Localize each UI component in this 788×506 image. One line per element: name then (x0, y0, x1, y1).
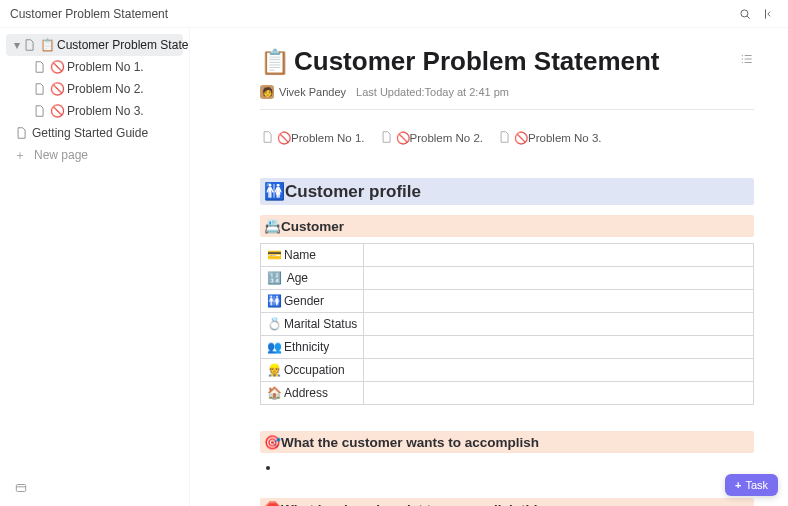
row-icon: 🔢 (267, 271, 282, 285)
pill-problem-1[interactable]: 🚫 Problem No 1. (260, 130, 365, 146)
sidebar-item-label: Problem No 3. (67, 104, 144, 118)
heading-customer[interactable]: 📇Customer (260, 215, 754, 237)
sidebar-item-getting-started[interactable]: Getting Started Guide (6, 122, 183, 144)
table-row: 👷Occupation (261, 359, 754, 382)
heading-text: What the customer wants to accomplish (281, 435, 539, 450)
sidebar-item-customer-problem-statement[interactable]: ▾ 📋 Customer Problem Statement (6, 34, 183, 56)
page-icon (260, 130, 273, 146)
pill-label: Problem No 2. (410, 132, 484, 144)
subpage-pills: 🚫 Problem No 1. 🚫 Problem No 2. 🚫 Proble… (260, 124, 754, 156)
svg-rect-9 (16, 485, 25, 492)
row-value-cell[interactable] (364, 244, 754, 267)
topbar: Customer Problem Statement (0, 0, 788, 28)
collapse-sidebar-icon[interactable] (760, 5, 778, 23)
page-icon (379, 130, 392, 146)
row-value-cell[interactable] (364, 382, 754, 405)
heading-emoji: 🎯 (264, 435, 281, 450)
heading-emoji: 🚻 (264, 182, 285, 201)
row-icon: 👷 (267, 363, 282, 377)
page-icon (32, 104, 46, 118)
divider (260, 109, 754, 110)
row-label: Occupation (284, 363, 345, 377)
list-item[interactable] (280, 459, 754, 476)
help-icon[interactable] (14, 481, 28, 498)
heading-text: What barriers do exist to accomplish thi… (281, 502, 545, 506)
row-icon: 💍 (267, 317, 282, 331)
page-icon (14, 126, 28, 140)
pill-emoji: 🚫 (396, 131, 410, 145)
plus-icon: + (735, 479, 741, 491)
heading-emoji: 📇 (264, 219, 281, 234)
pill-problem-3[interactable]: 🚫 Problem No 3. (497, 130, 602, 146)
row-value-cell[interactable] (364, 290, 754, 313)
sidebar-item-label: New page (34, 148, 88, 162)
plus-icon: ＋ (14, 147, 28, 164)
chevron-down-icon[interactable]: ▾ (14, 38, 20, 52)
pill-problem-2[interactable]: 🚫 Problem No 2. (379, 130, 484, 146)
row-value-cell[interactable] (364, 359, 754, 382)
row-value-cell[interactable] (364, 267, 754, 290)
page-content: 📋 Customer Problem Statement 🧑 Vivek Pan… (190, 28, 788, 506)
page-title[interactable]: 📋 Customer Problem Statement (260, 46, 660, 77)
fab-label: Task (745, 479, 768, 491)
sidebar-item-label: Problem No 2. (67, 82, 144, 96)
pill-emoji: 🚫 (277, 131, 291, 145)
page-icon (22, 38, 36, 52)
page-emoji: 🚫 (50, 60, 65, 74)
page-icon (32, 82, 46, 96)
table-row: 💍Marital Status (261, 313, 754, 336)
row-label-cell[interactable]: 🚻Gender (261, 290, 364, 313)
new-task-button[interactable]: + Task (725, 474, 778, 496)
heading-customer-profile[interactable]: 🚻Customer profile (260, 178, 754, 205)
wants-list[interactable] (280, 459, 754, 476)
row-label: Age (284, 271, 308, 285)
page-title-text: Customer Problem Statement (294, 46, 660, 77)
heading-text: Customer profile (285, 182, 421, 201)
search-icon[interactable] (736, 5, 754, 23)
sidebar-item-label: Customer Problem Statement (57, 38, 190, 52)
row-label: Address (284, 386, 328, 400)
row-icon: 🏠 (267, 386, 282, 400)
page-emoji: 📋 (40, 38, 55, 52)
svg-point-8 (742, 62, 743, 63)
row-icon: 🚻 (267, 294, 282, 308)
customer-profile-table: 💳Name🔢 Age🚻Gender💍Marital Status👥Ethnici… (260, 243, 754, 405)
table-row: 🚻Gender (261, 290, 754, 313)
page-title-emoji[interactable]: 📋 (260, 48, 290, 76)
last-updated-label: Last Updated: (356, 86, 425, 98)
sidebar-item-label: Getting Started Guide (32, 126, 148, 140)
heading-emoji: 🛑 (264, 502, 281, 506)
row-value-cell[interactable] (364, 313, 754, 336)
breadcrumb[interactable]: Customer Problem Statement (10, 7, 168, 21)
row-label-cell[interactable]: 💳Name (261, 244, 364, 267)
author-name[interactable]: Vivek Pandey (279, 86, 346, 98)
svg-point-6 (742, 55, 743, 56)
sidebar-item-problem-1[interactable]: 🚫 Problem No 1. (6, 56, 183, 78)
table-row: 💳Name (261, 244, 754, 267)
row-icon: 👥 (267, 340, 282, 354)
row-label: Marital Status (284, 317, 357, 331)
page-emoji: 🚫 (50, 82, 65, 96)
author-avatar[interactable]: 🧑 (260, 85, 274, 99)
sidebar-new-page[interactable]: ＋ New page (6, 144, 183, 166)
row-label-cell[interactable]: 🏠Address (261, 382, 364, 405)
row-label-cell[interactable]: 🔢 Age (261, 267, 364, 290)
table-row: 🔢 Age (261, 267, 754, 290)
row-value-cell[interactable] (364, 336, 754, 359)
sidebar-item-problem-2[interactable]: 🚫 Problem No 2. (6, 78, 183, 100)
row-label-cell[interactable]: 💍Marital Status (261, 313, 364, 336)
heading-wants[interactable]: 🎯What the customer wants to accomplish (260, 431, 754, 453)
row-label: Gender (284, 294, 324, 308)
row-label-cell[interactable]: 👷Occupation (261, 359, 364, 382)
heading-barriers[interactable]: 🛑What barriers do exist to accomplish th… (260, 498, 754, 506)
row-label-cell[interactable]: 👥Ethnicity (261, 336, 364, 359)
table-row: 🏠Address (261, 382, 754, 405)
pill-emoji: 🚫 (514, 131, 528, 145)
sidebar: ▾ 📋 Customer Problem Statement 🚫 Problem… (0, 28, 190, 506)
table-of-contents-icon[interactable] (740, 52, 754, 69)
pill-label: Problem No 1. (291, 132, 365, 144)
row-label: Name (284, 248, 316, 262)
pill-label: Problem No 3. (528, 132, 602, 144)
row-icon: 💳 (267, 248, 282, 262)
sidebar-item-problem-3[interactable]: 🚫 Problem No 3. (6, 100, 183, 122)
